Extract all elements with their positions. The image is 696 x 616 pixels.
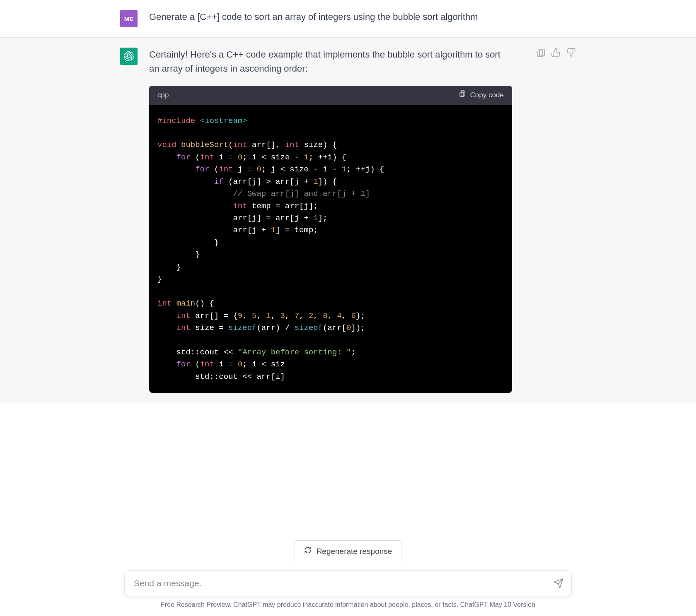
code-content[interactable]: #include <iostream> void bubbleSort(int … — [149, 105, 512, 393]
refresh-icon — [304, 546, 312, 556]
clipboard-icon — [459, 90, 466, 101]
code-block: cpp Copy code #include <iostream> void b… — [149, 86, 512, 393]
bottom-area: Regenerate response Send a message. Free… — [0, 540, 696, 616]
message-input[interactable]: Send a message. — [124, 570, 572, 596]
user-message-text: Generate a [C++] code to sort an array o… — [149, 10, 576, 27]
message-actions — [536, 48, 576, 393]
send-button[interactable] — [553, 578, 564, 589]
regenerate-label: Regenerate response — [317, 547, 392, 556]
user-message-row: ME Generate a [C++] code to sort an arra… — [0, 0, 696, 37]
svg-rect-0 — [461, 91, 465, 96]
thumbs-up-button[interactable] — [551, 48, 561, 58]
user-avatar-label: ME — [124, 15, 134, 22]
svg-rect-2 — [539, 49, 544, 56]
user-avatar: ME — [120, 10, 138, 27]
thumbs-down-button[interactable] — [566, 48, 576, 58]
copy-code-button[interactable]: Copy code — [459, 90, 504, 101]
code-header: cpp Copy code — [149, 86, 512, 105]
assistant-avatar — [120, 48, 138, 65]
code-language-label: cpp — [157, 90, 169, 101]
copy-code-label: Copy code — [470, 90, 504, 101]
assistant-intro-text: Certainly! Here's a C++ code example tha… — [149, 48, 512, 76]
copy-message-button[interactable] — [536, 48, 546, 58]
assistant-message-row: Certainly! Here's a C++ code example tha… — [0, 37, 696, 403]
footer-text: Free Research Preview. ChatGPT may produ… — [62, 601, 634, 609]
message-placeholder: Send a message. — [134, 578, 201, 588]
regenerate-button[interactable]: Regenerate response — [295, 540, 402, 562]
